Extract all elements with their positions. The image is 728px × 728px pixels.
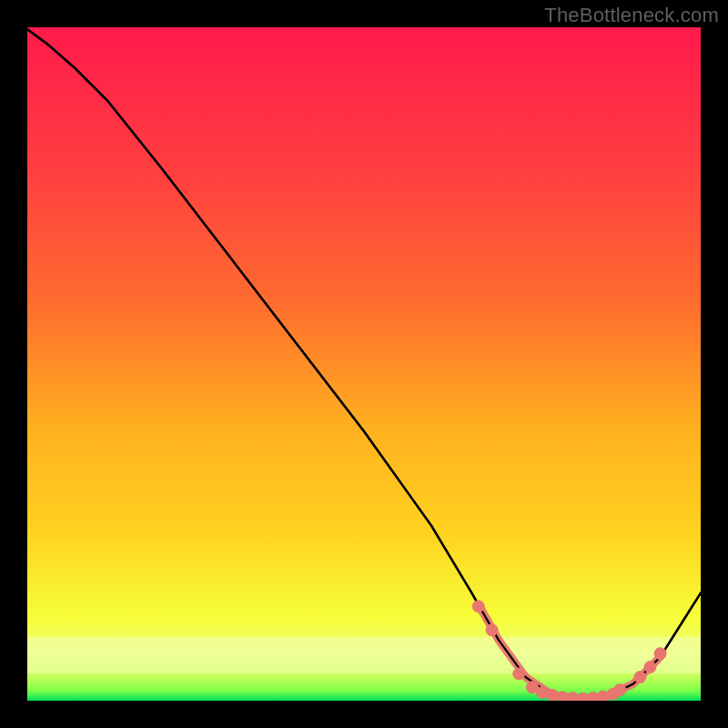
- chart-svg: [27, 27, 701, 701]
- data-marker: [486, 624, 498, 636]
- data-marker: [654, 648, 666, 660]
- pale-band: [27, 637, 701, 674]
- plot-area: [27, 27, 701, 701]
- data-marker: [634, 672, 646, 683]
- data-marker: [513, 668, 525, 680]
- chart-frame: TheBottleneck.com: [0, 0, 728, 728]
- data-marker: [644, 662, 656, 673]
- data-marker: [472, 601, 484, 612]
- watermark-text: TheBottleneck.com: [544, 4, 719, 27]
- data-marker: [614, 684, 626, 696]
